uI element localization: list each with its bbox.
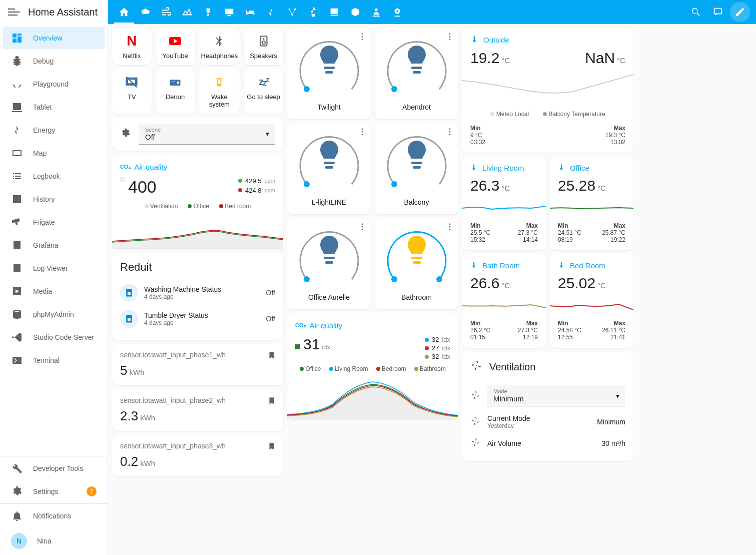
quick-wake[interactable]: Wake system [199,69,240,114]
tab-chart[interactable] [177,0,197,24]
light-card-3[interactable]: Balcony [375,123,458,214]
sidebar-item-grafana[interactable]: Grafana [3,234,105,256]
svg-rect-54 [413,261,421,264]
quick-actions: NNetflix YouTube Headphones Speakers TV … [112,28,283,114]
outside-chart [462,71,633,106]
light-brightness-ring[interactable] [384,34,449,99]
sensor-card-phase2[interactable]: sensor.iotawatt_input_phase2_wh2.3kWh [112,389,283,431]
database-icon [11,308,23,320]
tab-webcam[interactable] [387,0,407,24]
light-brightness-ring[interactable] [384,224,449,289]
thermometer-icon [470,164,477,172]
svg-point-48 [449,223,451,225]
ventilation-current-mode[interactable]: Current ModeYesterdayMinimum [470,410,625,433]
quick-sleep[interactable]: zzzGo to sleep [244,69,283,114]
sidebar: Home Assistant Overview Debug Playground… [0,0,108,555]
tab-weather[interactable] [135,0,155,24]
bookmark-icon [267,442,276,452]
terminal-icon [11,354,23,366]
sidebar-item-overview[interactable]: Overview [3,27,105,49]
menu-toggle-icon[interactable] [8,6,20,18]
tab-bed[interactable] [240,0,260,24]
fan-icon [470,416,480,428]
sidebar-item-history[interactable]: History [3,188,105,210]
tab-plant[interactable] [303,0,323,24]
co2-icon: CO₂ [295,322,306,329]
svg-point-39 [391,181,397,187]
room-temp-card-0[interactable]: Living Room 26.3°C Min25.5 °C15:32Max27.… [462,157,546,250]
assist-button[interactable] [708,2,728,22]
light-card-5[interactable]: Bathroom [375,218,458,309]
sidebar-item-vscode[interactable]: Studio Code Server [3,326,105,348]
svg-rect-22 [324,67,335,69]
room-chart [462,198,546,218]
sidebar-item-devtools[interactable]: Developer Tools [3,457,105,479]
air-quality-card[interactable]: CO₂Air quality 400 429.5 ppm 424.8 ppm V… [112,155,283,249]
quick-netflix[interactable]: NNetflix [112,28,152,65]
bookmark-icon [267,396,276,407]
svg-rect-13 [218,79,221,84]
sidebar-item-logviewer[interactable]: Log Viewer [3,257,105,279]
tab-nodes[interactable] [282,0,302,24]
sidebar-item-logbook[interactable]: Logbook [3,165,105,187]
light-brightness-ring[interactable] [297,34,362,99]
tab-presence[interactable] [366,0,386,24]
room-temp-card-1[interactable]: Office 25.28°C Min24.51 °C08:19Max25.87 … [550,157,633,250]
tab-3d[interactable] [345,0,365,24]
svg-rect-53 [411,257,422,259]
svg-point-32 [362,134,363,135]
quick-headphones[interactable]: Headphones [199,28,240,65]
light-brightness-ring[interactable] [297,129,362,194]
sidebar-item-terminal[interactable]: Terminal [3,349,105,371]
outside-temp-card[interactable]: Outside 19.2°CNaN°C Meteo Local Balcony … [462,28,633,153]
svg-point-7 [263,38,264,40]
sensor-card-phase3[interactable]: sensor.iotawatt_input_phase3_wh0.2kWh [112,435,283,476]
room-temp-card-2[interactable]: Bath Room 26.6°C Min26.2 °C01:15Max27.3 … [462,254,546,348]
sidebar-item-frigate[interactable]: Frigate [3,211,105,233]
light-brightness-ring[interactable] [384,129,449,194]
room-chart [462,296,546,316]
light-card-2[interactable]: L-lightLINE [287,123,371,214]
co2-icon: CO₂ [120,164,131,170]
sidebar-item-settings[interactable]: Settings2 [3,480,105,502]
quick-speakers[interactable]: Speakers [244,28,283,65]
sidebar-item-phpmyadmin[interactable]: phpMyAdmin [3,303,105,325]
tab-power[interactable] [261,0,281,24]
sidebar-item-playground[interactable]: Playground [3,73,105,95]
fan-icon [470,390,480,402]
tab-air[interactable] [156,0,176,24]
svg-point-27 [391,86,397,92]
sidebar-item-media[interactable]: Media [3,280,105,302]
tab-home[interactable] [114,0,134,24]
reduit-washing[interactable]: Washing Machine Status4 days agoOff [120,280,275,306]
sensor-card-phase1[interactable]: sensor.iotawatt_input_phase1_wh5kWh [112,344,283,385]
sleep-icon: zzz [256,74,272,90]
edit-button[interactable] [730,2,750,22]
tab-screen[interactable] [324,0,344,24]
sidebar-item-user[interactable]: NNina [3,528,105,554]
light-card-0[interactable]: Twilight [287,28,371,119]
sidebar-item-tablet[interactable]: Tablet [3,96,105,118]
sidebar-item-map[interactable]: Map [3,142,105,164]
bell-icon [11,510,23,522]
sidebar-item-notifications[interactable]: Notifications [3,505,105,527]
light-card-4[interactable]: Office Aurelle [287,218,371,309]
quick-youtube[interactable]: YouTube [156,28,195,65]
reduit-dryer[interactable]: Tumble Dryer Status4 days agoOff [120,306,275,332]
sidebar-item-debug[interactable]: Debug [3,50,105,72]
ventilation-mode-select[interactable]: ModeMinimum▾ [487,385,625,406]
sidebar-item-energy[interactable]: Energy [3,119,105,141]
search-button[interactable] [686,2,706,22]
quick-denon[interactable]: Denon [156,69,195,114]
ventilation-air-volume[interactable]: Air Volume30 m³/h [470,433,625,453]
light-brightness-ring[interactable] [297,224,362,289]
quick-tv[interactable]: TV [112,69,152,114]
scene-select[interactable]: SceneOff ▾ [139,124,275,145]
air-quality-index-card[interactable]: CO₂Air quality 31idx 32 idx 27 idx 32 id… [287,313,458,419]
text-icon [11,262,23,274]
light-card-1[interactable]: Abendrot [375,28,458,119]
tab-tv[interactable] [219,0,239,24]
tab-light[interactable] [198,0,218,24]
light-name: L-lightLINE [312,198,346,206]
room-temp-card-3[interactable]: Bed Room 25.02°C Min24.58 °C12:55Max26.1… [550,254,633,348]
